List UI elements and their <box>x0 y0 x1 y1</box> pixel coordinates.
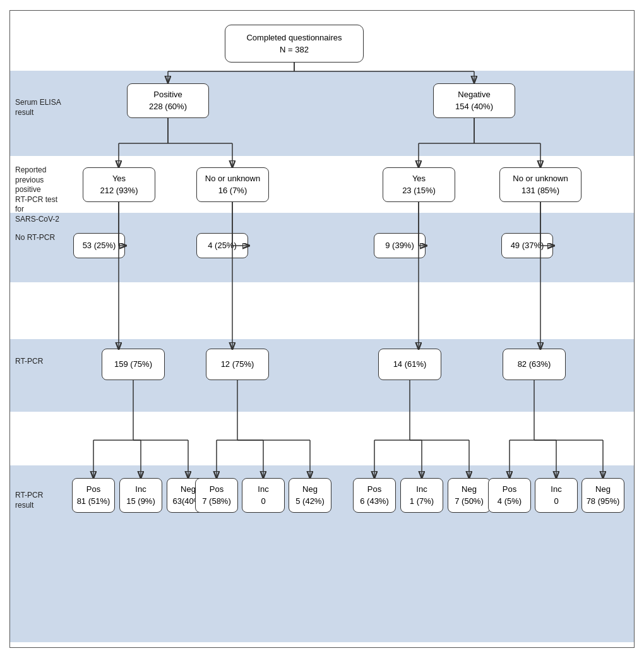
node-neg-no: No or unknown 131 (85%) <box>499 167 581 202</box>
node-no-rtpcr-3: 9 (39%) <box>374 233 426 258</box>
node-root: Completed questionnaires N = 382 <box>225 25 364 63</box>
stripe-serum <box>10 71 634 156</box>
node-r2-inc: Inc 0 <box>242 478 285 513</box>
node-rtpcr-4: 82 (63%) <box>503 349 566 380</box>
node-no-rtpcr-1: 53 (25%) <box>73 233 125 258</box>
node-no-rtpcr-2: 4 (25%) <box>196 233 248 258</box>
node-pos-yes: Yes 212 (93%) <box>83 167 155 202</box>
label-rtpcr-result: RT-PCRresult <box>15 491 66 510</box>
node-pos-no: No or unknown 16 (7%) <box>196 167 269 202</box>
node-no-rtpcr-4: 49 (37%) <box>501 233 553 258</box>
label-rtpcr-prev: ReportedpreviouspositiveRT-PCR testforSA… <box>15 165 66 225</box>
node-r4-inc: Inc 0 <box>535 478 578 513</box>
node-neg-yes: Yes 23 (15%) <box>383 167 455 202</box>
node-r4-neg: Neg 78 (95%) <box>581 478 624 513</box>
node-r1-pos: Pos 81 (51%) <box>72 478 115 513</box>
node-negative: Negative 154 (40%) <box>433 83 515 118</box>
node-r2-pos: Pos 7 (58%) <box>195 478 238 513</box>
node-rtpcr-1: 159 (75%) <box>102 349 165 380</box>
node-r3-pos: Pos 6 (43%) <box>353 478 396 513</box>
label-rtpcr: RT-PCR <box>15 357 66 367</box>
node-r3-inc: Inc 1 (7%) <box>400 478 443 513</box>
node-rtpcr-3: 14 (61%) <box>378 349 441 380</box>
node-rtpcr-2: 12 (75%) <box>206 349 269 380</box>
label-no-rtpcr: No RT-PCR <box>15 233 66 243</box>
node-positive: Positive 228 (60%) <box>127 83 209 118</box>
label-serum: Serum ELISAresult <box>15 98 66 117</box>
node-r1-inc: Inc 15 (9%) <box>119 478 162 513</box>
node-r2-neg: Neg 5 (42%) <box>289 478 331 513</box>
diagram-container: Serum ELISAresult Reportedpreviouspositi… <box>9 10 635 648</box>
node-r3-neg: Neg 7 (50%) <box>448 478 491 513</box>
node-r4-pos: Pos 4 (5%) <box>488 478 531 513</box>
